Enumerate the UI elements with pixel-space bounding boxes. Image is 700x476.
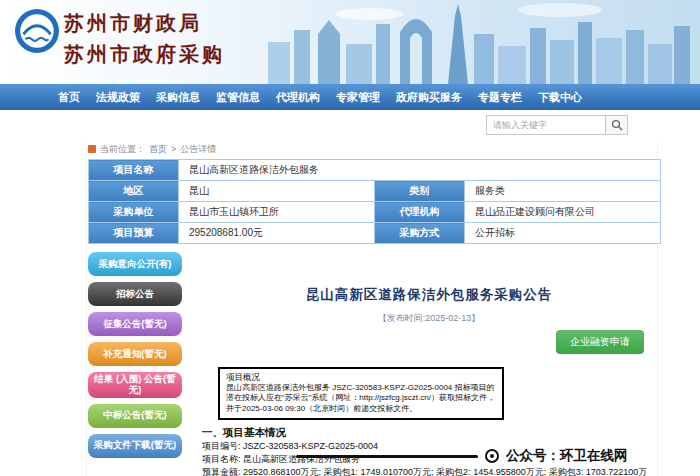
announcement-main: 昆山高新区道路保洁外包服务采购公告 【发布时间:2025-02-13】 企业融资… [182, 252, 656, 476]
search-input[interactable] [486, 115, 606, 135]
org-name-finance-bureau: 苏州市财政局 [64, 8, 225, 39]
publish-time: 【发布时间:2025-02-13】 [202, 312, 656, 325]
section-heading-basic-info: 一、项目基本情况 [202, 426, 656, 440]
breadcrumb-separator: > [171, 144, 176, 154]
field-label-region: 地区 [89, 181, 179, 202]
search-button[interactable] [606, 115, 628, 135]
field-value-project-name: 昆山高新区道路保洁外包服务 [179, 160, 661, 181]
table-row: 项目预算 295208681.00元 采购方式 公开招标 [89, 223, 661, 244]
table-row: 地区 昆山 类别 服务类 [89, 181, 661, 202]
sidebar-item-result-announcement[interactable]: 结果 (入围) 公告(暂无) [88, 372, 182, 398]
field-value-method: 公开招标 [465, 223, 661, 244]
nav-item-procurement-info[interactable]: 采购信息 [156, 90, 200, 105]
location-icon [88, 145, 96, 153]
sidebar-item-collection-announcement[interactable]: 征集公告(暂无) [88, 312, 182, 336]
sidebar-item-document-download[interactable]: 采购文件下载(暂无) [88, 434, 182, 458]
suzhou-gov-logo-icon [14, 8, 60, 54]
field-value-region: 昆山 [179, 181, 375, 202]
field-label-budget: 项目预算 [89, 223, 179, 244]
breadcrumb: 当前位置： 首页 > 公告详情 [88, 143, 656, 155]
enterprise-financing-button[interactable]: 企业融资申请 [556, 330, 644, 354]
field-value-purchaser: 昆山市玉山镇环卫所 [179, 202, 375, 223]
breadcrumb-home-link[interactable]: 首页 [149, 143, 167, 156]
field-value-budget: 295208681.00元 [179, 223, 375, 244]
watermark-line [296, 455, 478, 458]
watermark-text: 公众号：环卫在线网 [506, 447, 628, 465]
sidebar-item-award-announcement[interactable]: 中标公告(暂无) [88, 404, 182, 428]
field-label-category: 类别 [375, 181, 465, 202]
project-overview-heading: 项目概况 [226, 372, 496, 383]
nav-item-agencies[interactable]: 代理机构 [276, 90, 320, 105]
content-container: 当前位置： 首页 > 公告详情 项目名称 昆山高新区道路保洁外包服务 地区 昆山… [86, 143, 658, 476]
search-icon [611, 119, 623, 131]
sidebar-item-supplementary-notice[interactable]: 补充通知(暂无) [88, 342, 182, 366]
announcement-title: 昆山高新区道路保洁外包服务采购公告 [202, 286, 656, 304]
field-label-agency: 代理机构 [375, 202, 465, 223]
announcement-type-sidebar: 采购意向公开(有) 招标公告 征集公告(暂无) 补充通知(暂无) 结果 (入围)… [88, 252, 182, 476]
budget-amount-line: 预算金额: 29520.868100万元; 采购包1: 1749.010700万… [202, 466, 656, 476]
table-row: 项目名称 昆山高新区道路保洁外包服务 [89, 160, 661, 181]
site-header: 苏州市财政局 苏州市政府采购 [0, 0, 700, 84]
field-label-purchaser: 采购单位 [89, 202, 179, 223]
project-overview-text: 昆山高新区道路保洁外包服务 JSZC-320583-KSPZ-G2025-000… [226, 383, 496, 414]
official-account-icon [485, 449, 499, 463]
breadcrumb-prefix: 当前位置： [100, 143, 145, 156]
cityscape-graphic [260, 0, 700, 84]
nav-item-expert-management[interactable]: 专家管理 [336, 90, 380, 105]
org-names: 苏州市财政局 苏州市政府采购 [64, 8, 225, 70]
main-nav: 首页 法规政策 采购信息 监管信息 代理机构 专家管理 政府购买服务 专题专栏 … [0, 84, 700, 110]
nav-item-gov-purchase-services[interactable]: 政府购买服务 [396, 90, 462, 105]
org-name-gov-procurement: 苏州市政府采购 [64, 39, 225, 70]
nav-item-special-topics[interactable]: 专题专栏 [478, 90, 522, 105]
sidebar-item-intent-disclosure[interactable]: 采购意向公开(有) [88, 252, 182, 276]
field-value-agency: 昆山品正建设顾问有限公司 [465, 202, 661, 223]
field-label-method: 采购方式 [375, 223, 465, 244]
search-box [486, 115, 628, 135]
sidebar-item-tender-announcement[interactable]: 招标公告 [88, 282, 182, 306]
body-row: 采购意向公开(有) 招标公告 征集公告(暂无) 补充通知(暂无) 结果 (入围)… [88, 252, 656, 476]
search-row [0, 110, 700, 138]
field-value-category: 服务类 [465, 181, 661, 202]
field-label-project-name: 项目名称 [89, 160, 179, 181]
breadcrumb-current: 公告详情 [180, 143, 216, 156]
nav-item-home[interactable]: 首页 [58, 90, 80, 105]
nav-item-supervision-info[interactable]: 监管信息 [216, 90, 260, 105]
project-info-table: 项目名称 昆山高新区道路保洁外包服务 地区 昆山 类别 服务类 采购单位 昆山市… [88, 159, 661, 244]
watermark: 公众号：环卫在线网 [296, 447, 628, 465]
table-row: 采购单位 昆山市玉山镇环卫所 代理机构 昆山品正建设顾问有限公司 [89, 202, 661, 223]
project-overview-box: 项目概况 昆山高新区道路保洁外包服务 JSZC-320583-KSPZ-G202… [218, 367, 504, 420]
nav-item-downloads[interactable]: 下载中心 [538, 90, 582, 105]
nav-item-policies[interactable]: 法规政策 [96, 90, 140, 105]
